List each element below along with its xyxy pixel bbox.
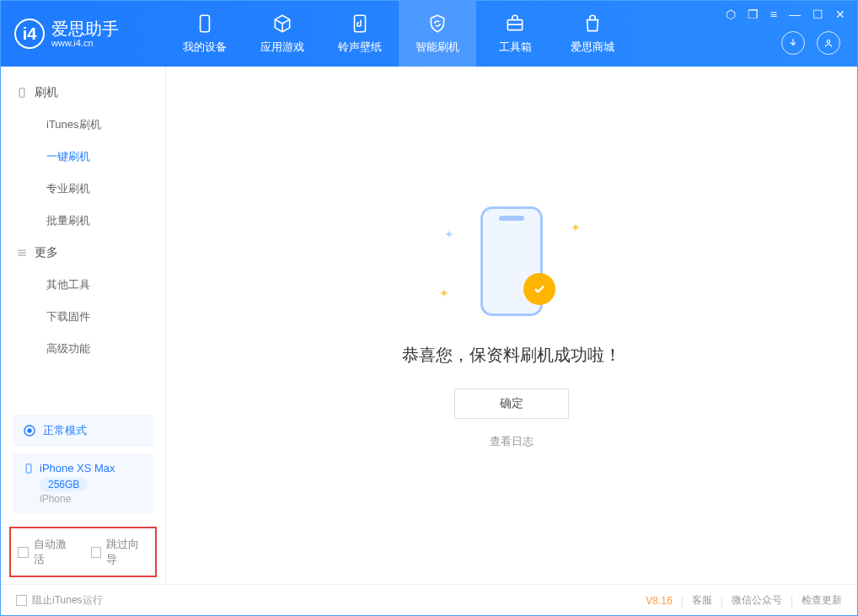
sparkle-icon: ✦ (444, 228, 454, 241)
sidebar-item-advanced[interactable]: 高级功能 (1, 333, 165, 365)
feedback-icon[interactable]: ❐ (748, 8, 759, 21)
user-icon (823, 37, 834, 49)
support-link[interactable]: 客服 (692, 593, 712, 608)
svg-rect-7 (26, 463, 31, 473)
tab-smart-flash[interactable]: 智能刷机 (399, 1, 476, 67)
sidebar-item-oneclick-flash[interactable]: 一键刷机 (1, 141, 165, 173)
device-icon (16, 87, 28, 99)
phone-icon (194, 13, 216, 35)
download-icon (787, 37, 799, 49)
app-url: www.i4.cn (51, 38, 119, 48)
chk-block-itunes[interactable]: 阻止iTunes运行 (16, 593, 103, 608)
sidebar-item-itunes-flash[interactable]: iTunes刷机 (1, 109, 165, 141)
device-type-label: iPhone (40, 493, 143, 505)
header-right-actions (781, 31, 840, 55)
maximize-button[interactable]: ☐ (812, 8, 823, 21)
view-log-link[interactable]: 查看日志 (490, 434, 534, 449)
sidebar-item-pro-flash[interactable]: 专业刷机 (1, 173, 165, 205)
menu-icon[interactable]: ≡ (770, 8, 777, 21)
storage-badge: 256GB (40, 478, 88, 491)
check-update-link[interactable]: 检查更新 (802, 593, 842, 608)
download-button[interactable] (781, 31, 805, 55)
sidebar-item-other-tools[interactable]: 其他工具 (1, 269, 165, 301)
checkbox-icon (91, 547, 102, 558)
sidebar-section-flash: 刷机 (1, 77, 165, 109)
app-header: i4 爱思助手 www.i4.cn 我的设备 应用游戏 铃声壁纸 智能刷机 工具… (1, 1, 857, 67)
tab-my-device[interactable]: 我的设备 (166, 1, 244, 67)
music-file-icon (349, 13, 371, 35)
sidebar: 刷机 iTunes刷机 一键刷机 专业刷机 批量刷机 更多 其他工具 下载固件 … (1, 67, 166, 584)
tab-store[interactable]: 爱思商城 (554, 1, 631, 67)
minimize-button[interactable]: — (789, 8, 801, 21)
chk-skip-guide[interactable]: 跳过向导 (91, 537, 149, 567)
user-button[interactable] (817, 31, 840, 55)
mode-icon (23, 424, 36, 437)
svg-rect-1 (355, 15, 366, 32)
shirt-icon[interactable]: ⬡ (726, 8, 736, 21)
close-button[interactable]: ✕ (835, 8, 845, 21)
chk-auto-activate[interactable]: 自动激活 (18, 537, 76, 567)
tab-apps-games[interactable]: 应用游戏 (244, 1, 321, 67)
sidebar-item-batch-flash[interactable]: 批量刷机 (1, 205, 165, 237)
sparkle-icon: ✦ (571, 221, 581, 234)
sidebar-item-download-firmware[interactable]: 下载固件 (1, 301, 165, 333)
refresh-shield-icon (426, 13, 448, 35)
checkbox-icon (16, 595, 27, 606)
logo-area: i4 爱思助手 www.i4.cn (1, 1, 166, 67)
list-icon (16, 247, 28, 259)
device-info[interactable]: iPhone XS Max 256GB iPhone (13, 453, 153, 513)
confirm-button[interactable]: 确定 (454, 388, 569, 419)
svg-rect-0 (201, 15, 210, 32)
app-name: 爱思助手 (51, 19, 119, 38)
cube-icon (271, 13, 293, 35)
footer: 阻止iTunes运行 V8.16 | 客服 | 微信公众号 | 检查更新 (1, 584, 857, 616)
logo-icon: i4 (14, 19, 45, 49)
device-name-label: iPhone XS Max (40, 462, 115, 474)
mode-indicator[interactable]: 正常模式 (13, 415, 153, 447)
titlebar-controls: ⬡ ❐ ≡ — ☐ ✕ (726, 8, 845, 21)
tab-ringtone-wallpaper[interactable]: 铃声壁纸 (321, 1, 399, 67)
nav-tabs: 我的设备 应用游戏 铃声壁纸 智能刷机 工具箱 爱思商城 (166, 1, 631, 67)
svg-point-3 (827, 40, 830, 44)
success-message: 恭喜您，保资料刷机成功啦！ (402, 344, 621, 367)
svg-rect-4 (19, 88, 24, 98)
version-label: V8.16 (646, 595, 672, 607)
bag-icon (582, 13, 603, 35)
check-badge-icon (523, 273, 555, 305)
tab-toolbox[interactable]: 工具箱 (476, 1, 554, 67)
success-illustration: ✦ ✦ ✦ (427, 202, 596, 320)
sidebar-section-more: 更多 (1, 237, 165, 269)
checkbox-icon (18, 547, 29, 558)
toolbox-icon (504, 13, 526, 35)
svg-point-6 (28, 429, 31, 432)
device-small-icon (23, 463, 35, 474)
wechat-link[interactable]: 微信公众号 (732, 593, 782, 608)
sparkle-icon: ✦ (439, 287, 449, 300)
main-content: ✦ ✦ ✦ 恭喜您，保资料刷机成功啦！ 确定 查看日志 (166, 67, 857, 584)
flash-options-highlighted: 自动激活 跳过向导 (9, 527, 157, 577)
